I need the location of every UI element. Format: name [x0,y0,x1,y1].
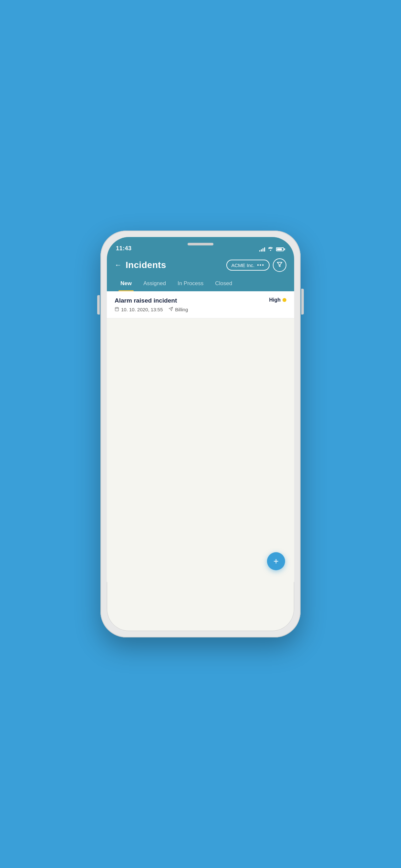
phone-frame: 11:43 [100,230,301,638]
priority-badge: High [269,297,286,303]
company-selector[interactable]: ACME Inc. ••• [226,259,270,271]
content-area: Alarm raised incident High [107,291,294,582]
tab-in-process[interactable]: In Process [172,277,209,291]
status-icons [259,246,285,252]
power-button [301,289,304,314]
phone-screen: 11:43 [107,237,294,631]
priority-label: High [269,297,281,303]
signal-icon [259,247,265,252]
more-options-icon: ••• [257,262,265,268]
app-header: ← Incidents ACME Inc. ••• [107,255,294,291]
back-button[interactable]: ← [115,261,122,269]
status-bar: 11:43 [107,237,294,255]
status-time: 11:43 [116,245,132,252]
svg-marker-0 [277,262,282,267]
incident-card[interactable]: Alarm raised incident High [107,291,294,318]
calendar-icon [115,307,119,312]
add-icon: + [274,557,279,566]
send-icon [168,307,173,312]
battery-icon [276,247,285,251]
filter-button[interactable] [273,258,286,272]
wifi-icon [268,246,274,252]
priority-dot [282,298,286,302]
incident-title: Alarm raised incident [115,297,269,304]
add-incident-button[interactable]: + [267,552,285,570]
incident-date: 10. 10. 2020, 13:55 [115,307,163,312]
speaker-notch [188,243,213,245]
volume-button [97,295,100,314]
tab-new[interactable]: New [115,277,137,291]
tab-closed[interactable]: Closed [209,277,238,291]
incident-category-text: Billing [175,307,188,312]
incident-date-text: 10. 10. 2020, 13:55 [121,307,163,312]
svg-rect-1 [115,307,119,311]
page-title: Incidents [126,260,166,270]
filter-icon [277,261,282,269]
tabs-row: New Assigned In Process Closed [115,277,286,291]
tab-assigned[interactable]: Assigned [137,277,172,291]
company-name: ACME Inc. [232,262,255,268]
incident-category: Billing [168,307,188,312]
